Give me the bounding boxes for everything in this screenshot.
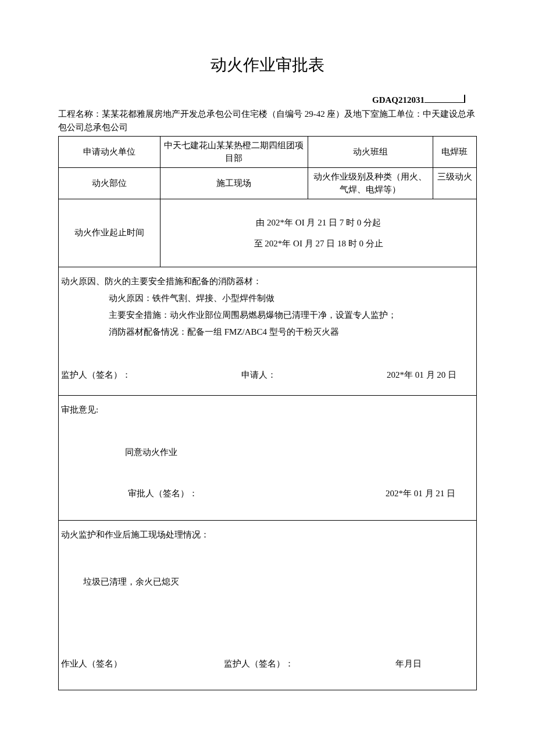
block1-heading: 动火原因、防火的主要安全措施和配备的消防器材： — [61, 273, 474, 290]
label-fire-class: 动火作业级别及种类（用火、气焊、电焊等） — [308, 167, 433, 199]
table-row: 动火原因、防火的主要安全措施和配备的消防器材： 动火原因：铁件气割、焊接、小型焊… — [59, 267, 477, 395]
period-start: 由 202*年 OI 月 21 日 7 时 0 分起 — [160, 212, 476, 233]
table-row: 动火作业起止时间 由 202*年 OI 月 21 日 7 时 0 分起 至 20… — [59, 199, 477, 267]
table-row: 动火监护和作业后施工现场处理情况： 垃圾已清理，余火已熄灭 作业人（签名） 监护… — [59, 520, 477, 690]
block1-date: 202*年 01 月 20 日 — [387, 367, 456, 384]
block2-heading: 审批意见: — [61, 402, 474, 418]
value-fire-period: 由 202*年 OI 月 21 日 7 时 0 分起 至 202*年 OI 月 … — [160, 199, 477, 267]
block1-reason: 动火原因：铁件气割、焊接、小型焊件制做 — [61, 290, 474, 307]
block2-date: 202*年 01 月 21 日 — [386, 485, 455, 502]
reason-measures-block: 动火原因、防火的主要安全措施和配备的消防器材： 动火原因：铁件气割、焊接、小型焊… — [59, 267, 477, 395]
operator-sign-label: 作业人（签名） — [61, 655, 122, 672]
supervisor-sign-label-2: 监护人（签名）： — [224, 655, 294, 672]
approval-form-table: 申请动火单位 中天七建花山某某热橙二期四组团项目部 动火班组 电焊班 动火部位 … — [58, 136, 477, 691]
value-applicant-unit: 中天七建花山某某热橙二期四组团项目部 — [160, 136, 308, 167]
applicant-sign-label: 申请人： — [241, 367, 276, 384]
project-line: 工程名称：某某花都雅展房地产开发总承包公司住宅楼（自编号 29-42 座）及地下… — [58, 108, 477, 135]
block3-text: 垃圾已清理，余火已熄灭 — [61, 574, 474, 590]
value-fire-class: 三级动火 — [433, 167, 476, 199]
form-code: GDAQ212031 — [372, 95, 425, 105]
site-handling-block: 动火监护和作业后施工现场处理情况： 垃圾已清理，余火已熄灭 作业人（签名） 监护… — [59, 520, 477, 690]
approval-opinion-block: 审批意见: 同意动火作业 审批人（签名）： 202*年 01 月 21 日 — [59, 395, 477, 520]
page-title: 动火作业审批表 — [58, 54, 477, 76]
supervisor-sign-label: 监护人（签名）： — [61, 367, 131, 384]
project-text: 某某花都雅展房地产开发总承包公司住宅楼（自编号 29-42 座）及地下室施工单位… — [58, 109, 476, 132]
block3-date: 年月日 — [395, 655, 422, 672]
period-end: 至 202*年 OI 月 27 日 18 时 0 分止 — [160, 233, 476, 254]
form-code-blank — [425, 95, 465, 103]
block2-text: 同意动火作业 — [61, 444, 474, 461]
form-code-line: GDAQ212031 — [58, 95, 477, 105]
value-fire-team: 电焊班 — [433, 136, 476, 167]
label-fire-period: 动火作业起止时间 — [59, 199, 160, 267]
block1-measure: 主要安全措施：动火作业部位周围易燃易爆物已清理干净，设置专人监护； — [61, 307, 474, 324]
table-row: 审批意见: 同意动火作业 审批人（签名）： 202*年 01 月 21 日 — [59, 395, 477, 520]
project-label: 工程名称： — [58, 109, 102, 119]
table-row: 申请动火单位 中天七建花山某某热橙二期四组团项目部 动火班组 电焊班 — [59, 136, 477, 167]
value-fire-location: 施工现场 — [160, 167, 308, 199]
label-fire-location: 动火部位 — [59, 167, 160, 199]
label-applicant-unit: 申请动火单位 — [59, 136, 160, 167]
block3-heading: 动火监护和作业后施工现场处理情况： — [61, 526, 474, 543]
table-row: 动火部位 施工现场 动火作业级别及种类（用火、气焊、电焊等） 三级动火 — [59, 167, 477, 199]
label-fire-team: 动火班组 — [308, 136, 433, 167]
approver-sign-label: 审批人（签名）： — [128, 485, 198, 502]
block1-equip: 消防器材配备情况：配备一组 FMZ/ABC4 型号的干粉灭火器 — [61, 324, 474, 341]
